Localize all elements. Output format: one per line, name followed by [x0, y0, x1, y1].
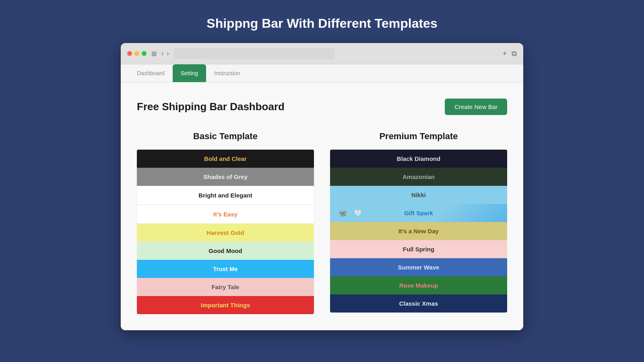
tab-dashboard[interactable]: Dashboard — [129, 64, 173, 82]
basic-bold-and-clear[interactable]: Bold and Clear — [137, 150, 314, 168]
browser-chrome: ⊞ ‹ › + ⧉ — [121, 43, 523, 64]
create-new-bar-button[interactable]: Create New Bar — [445, 99, 507, 115]
dashboard-header: Free Shipping Bar Dashboard Create New B… — [137, 99, 507, 115]
basic-important-things[interactable]: Important Things — [137, 296, 314, 314]
templates-grid: Basic Template Bold and Clear Shades of … — [137, 131, 507, 314]
main-content: Free Shipping Bar Dashboard Create New B… — [121, 82, 523, 330]
premium-template-col: Premium Template Black Diamond Amazonian… — [330, 131, 507, 314]
basic-template-list: Bold and Clear Shades of Grey Bright and… — [137, 150, 314, 314]
basic-its-easy[interactable]: It's Easy — [137, 205, 314, 224]
basic-harvest-gold[interactable]: Harvest Gold — [137, 224, 314, 242]
premium-black-diamond[interactable]: Black Diamond — [330, 150, 507, 168]
dashboard-title: Free Shipping Bar Dashboard — [137, 101, 285, 113]
tab-setting[interactable]: Setting — [173, 64, 206, 82]
tab-instruction[interactable]: Instruction — [206, 64, 248, 82]
basic-fairy-tale[interactable]: Fairy Tale — [137, 278, 314, 296]
premium-summer-wave[interactable]: Summer Wave — [330, 258, 507, 276]
nav-tabs: Dashboard Setting Instruction — [121, 64, 523, 82]
browser-dots — [127, 51, 147, 56]
minimize-dot[interactable] — [134, 51, 139, 56]
premium-template-list: Black Diamond Amazonian Nikki 🦋 🤍 Gift S… — [330, 150, 507, 313]
heart-icon: 🤍 — [354, 209, 362, 217]
basic-template-heading: Basic Template — [137, 131, 314, 142]
premium-nikki[interactable]: Nikki — [330, 186, 507, 204]
premium-full-spring[interactable]: Full Spring — [330, 240, 507, 258]
premium-gift-spark[interactable]: 🦋 🤍 Gift Spark — [330, 204, 507, 222]
back-button[interactable]: ‹ — [161, 50, 163, 57]
butterfly-icon: 🦋 — [338, 209, 347, 218]
premium-template-heading: Premium Template — [330, 131, 507, 142]
browser-window: ⊞ ‹ › + ⧉ Dashboard Setting Instruction … — [121, 43, 523, 330]
gift-spark-label: Gift Spark — [404, 210, 433, 216]
premium-its-a-new-day[interactable]: It's a New Day — [330, 222, 507, 240]
url-bar[interactable] — [174, 48, 335, 59]
basic-bright-and-elegant[interactable]: Bright and Elegant — [137, 186, 314, 205]
new-tab-button[interactable]: + — [502, 49, 507, 58]
basic-good-mood[interactable]: Good Mood — [137, 242, 314, 260]
browser-actions: + ⧉ — [502, 49, 517, 58]
copy-button[interactable]: ⧉ — [512, 49, 517, 58]
premium-rose-makeup[interactable]: Rose Makeup — [330, 276, 507, 294]
basic-shades-of-grey[interactable]: Shades of Grey — [137, 168, 314, 186]
forward-button[interactable]: › — [167, 50, 169, 57]
sidebar-toggle-icon[interactable]: ⊞ — [151, 50, 157, 58]
close-dot[interactable] — [127, 51, 132, 56]
premium-amazonian[interactable]: Amazonian — [330, 168, 507, 186]
browser-nav: ‹ › — [161, 50, 169, 57]
maximize-dot[interactable] — [142, 51, 147, 56]
basic-trust-me[interactable]: Trust Me — [137, 260, 314, 278]
basic-template-col: Basic Template Bold and Clear Shades of … — [137, 131, 314, 314]
page-title: Shippng Bar With Different Templates — [206, 16, 437, 31]
premium-classic-xmas[interactable]: Classic Xmas — [330, 294, 507, 313]
